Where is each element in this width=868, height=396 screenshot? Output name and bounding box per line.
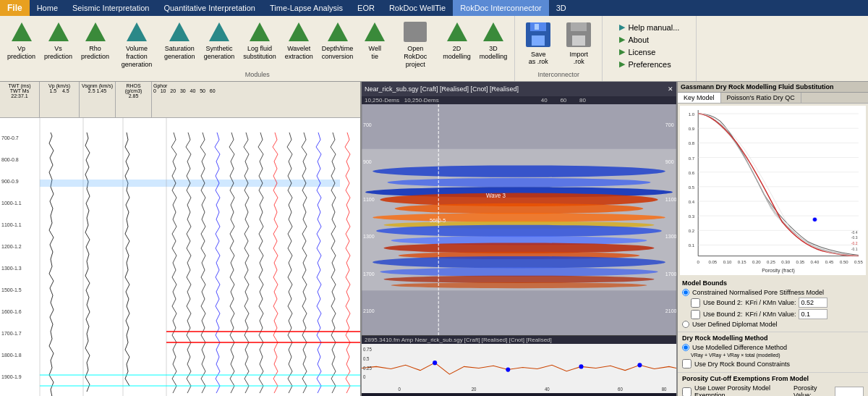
rho-prediction-btn[interactable]: Rho prediction <box>78 19 112 62</box>
use-modelled-label: Use Modelled Difference Method <box>692 344 787 351</box>
about-btn[interactable]: ▶ About <box>616 34 682 45</box>
3dmod-btn[interactable]: 3D modelling <box>477 19 511 62</box>
import-icon <box>564 20 593 49</box>
svg-text:1900-1.9: 1900-1.9 <box>1 374 22 379</box>
svg-text:0.9: 0.9 <box>689 127 695 132</box>
openrok-btn[interactable]: Open RokDoc project <box>393 19 437 69</box>
use-bound2-cb1[interactable] <box>691 298 700 308</box>
svg-text:700-0.7: 700-0.7 <box>1 135 19 140</box>
volfrac-icon <box>125 20 148 43</box>
close-icon[interactable]: ✕ <box>668 85 673 93</box>
kfkm-value1[interactable] <box>799 298 827 308</box>
vp-prediction-btn[interactable]: Vp prediction <box>4 19 38 62</box>
tab-key-model[interactable]: Key Model <box>678 93 721 103</box>
wavelet-btn[interactable]: Wavelet extraction <box>282 19 316 62</box>
svg-rect-5 <box>571 22 587 31</box>
menu-welltie[interactable]: RokDoc WellTie <box>382 0 453 16</box>
vp-label: Vp prediction <box>7 45 35 61</box>
help-items: ▶ Help manual... ▶ About ▶ License ▶ Pre… <box>616 19 682 69</box>
svg-text:0: 0 <box>363 374 366 379</box>
satgen-icon <box>168 20 191 43</box>
svg-text:0.30: 0.30 <box>781 260 790 264</box>
rho-label: Rho prediction <box>81 45 109 61</box>
menu-home[interactable]: Home <box>30 0 65 16</box>
vp-header: Vp (km/s)1.5 4.5 <box>40 82 80 117</box>
menu-seismic[interactable]: Seismic Interpretation <box>65 0 156 16</box>
user-defined-radio[interactable] <box>682 321 689 328</box>
welltie-icon <box>363 20 386 43</box>
welltie-label: Well tie <box>369 45 381 61</box>
svg-point-70 <box>506 368 510 372</box>
use-modelled-row: Use Modelled Difference Method <box>682 344 864 351</box>
menu-bar: File Home Seismic Interpretation Quantit… <box>0 0 868 16</box>
menu-3d[interactable]: 3D <box>549 0 574 16</box>
save-btn[interactable]: Save as .rok <box>519 19 557 67</box>
svg-point-44 <box>383 276 654 283</box>
about-icon: ▶ <box>619 35 625 44</box>
amplitude-panel[interactable]: 2895.3410.fm Amp Near_rick_sub.sgy [Craf… <box>362 335 676 396</box>
svg-point-38 <box>376 225 662 237</box>
constrained-radio[interactable] <box>682 289 689 296</box>
dry-rock-bound-cb[interactable] <box>682 359 692 368</box>
seismic-panel[interactable]: Near_rick_sub.sgy [Craft] [Realised] [Cn… <box>362 82 676 396</box>
vp-icon <box>10 20 33 43</box>
svg-point-40 <box>383 243 654 253</box>
svg-text:0.50: 0.50 <box>840 260 848 264</box>
amplitude-header: 2895.3410.fm Amp Near_rick_sub.sgy [Craf… <box>362 336 676 344</box>
save-label: Save as .rok <box>529 51 548 65</box>
menu-interconnector[interactable]: RokDoc Interconnector <box>453 0 549 16</box>
menu-timelapse[interactable]: Time-Lapse Analysis <box>263 0 350 16</box>
svg-text:0.75: 0.75 <box>363 347 372 353</box>
help-manual-btn[interactable]: ▶ Help manual... <box>616 22 682 33</box>
logfluid-label: Log fluid substitution <box>243 45 276 61</box>
volfrac-label: Volume fraction generation <box>118 45 156 68</box>
kfkm-label2: KFri / KMn Value: <box>746 311 796 318</box>
preferences-btn[interactable]: ▶ Preferences <box>616 59 682 69</box>
seismic-main[interactable]: 700 900 1100 1300 1700 2100 700 900 1100… <box>362 104 676 335</box>
log-content[interactable]: 700-0.7 800-0.8 900-0.9 1000-1.1 1100-1.… <box>0 118 360 396</box>
svg-text:0.8: 0.8 <box>689 142 695 146</box>
seismic-header: Near_rick_sub.sgy [Craft] [Realised] [Cn… <box>362 82 676 96</box>
amplitude-title: 2895.3410.fm Amp Near_rick_sub.sgy [Craf… <box>365 337 552 343</box>
kfkm-value2[interactable] <box>799 309 827 319</box>
tab-poisson[interactable]: Poisson's Ratio Dry QC <box>721 93 801 103</box>
amplitude-svg: 0.75 0.5 0.25 0 0 20 40 60 <box>362 344 676 393</box>
svg-text:1500-1.5: 1500-1.5 <box>1 287 22 292</box>
synth-btn[interactable]: Synthetic generation <box>201 19 238 62</box>
welltie-btn[interactable]: Well tie <box>359 19 391 62</box>
modules-group: Vp prediction Vs prediction <box>0 16 515 81</box>
satgen-btn[interactable]: Saturation generation <box>161 19 198 62</box>
menu-eor[interactable]: EOR <box>350 0 382 16</box>
twt-header: TWT (ms)TWT Ms22:37.1 <box>0 82 40 117</box>
svg-text:Porosity (fract): Porosity (fract) <box>762 268 795 274</box>
svg-text:1000-1.1: 1000-1.1 <box>1 201 22 206</box>
2dmod-btn[interactable]: 2D modelling <box>440 19 474 62</box>
logfluid-btn[interactable]: Log fluid substitution <box>240 19 279 62</box>
svg-point-36 <box>373 214 665 222</box>
svg-text:1700: 1700 <box>363 271 375 277</box>
lower-porosity-value[interactable] <box>835 387 864 396</box>
constrained-row: Constrained Normalised Pore Stiffness Mo… <box>682 289 864 296</box>
import-btn[interactable]: Import .rok <box>560 19 597 67</box>
satgen-label: Saturation generation <box>164 45 195 61</box>
svg-text:0.2: 0.2 <box>689 229 695 234</box>
file-menu[interactable]: File <box>0 0 30 16</box>
svg-text:5680-5: 5680-5 <box>430 218 446 224</box>
ribbon-items: Vp prediction Vs prediction <box>4 19 510 69</box>
depth-btn[interactable]: Depth/time conversion <box>319 19 357 62</box>
2dmod-label: 2D modelling <box>443 45 471 61</box>
svg-text:1800-1.8: 1800-1.8 <box>1 353 22 358</box>
model-bounds-section: Model Bounds Constrained Normalised Pore… <box>678 277 868 332</box>
depth-label: Depth/time conversion <box>322 45 354 61</box>
menu-quant[interactable]: Quantitative Interpretation <box>156 0 263 16</box>
volfrac-btn[interactable]: Volume fraction generation <box>115 19 158 69</box>
use-bound2-cb2[interactable] <box>691 310 700 319</box>
lower-porosity-cb[interactable] <box>682 387 692 396</box>
svg-text:1300-1.3: 1300-1.3 <box>1 266 22 271</box>
vs-prediction-btn[interactable]: Vs prediction <box>41 19 75 62</box>
svg-text:0.5: 0.5 <box>363 356 370 361</box>
license-btn[interactable]: ▶ License <box>616 46 682 57</box>
use-modelled-radio[interactable] <box>682 344 689 351</box>
bound2-row-1: Use Bound 2: KFri / KMn Value: <box>682 298 864 308</box>
rho-header: RHOS (g/cm3)2.85 <box>116 82 152 117</box>
